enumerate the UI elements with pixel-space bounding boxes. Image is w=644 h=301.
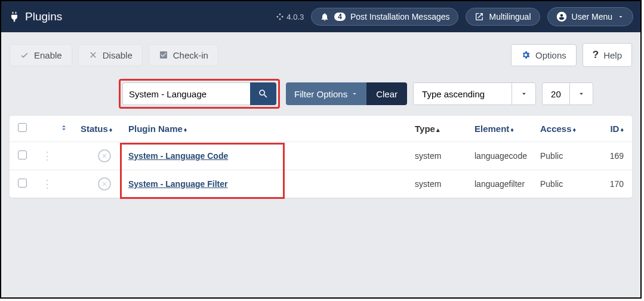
cell-element: languagefilter xyxy=(474,179,540,189)
search-icon xyxy=(258,88,269,99)
row-checkbox[interactable] xyxy=(18,179,27,188)
checkin-button[interactable]: Check-in xyxy=(149,44,218,66)
cell-id: 169 xyxy=(594,151,624,161)
status-toggle[interactable] xyxy=(98,149,111,162)
close-icon xyxy=(101,152,108,159)
plugin-link[interactable]: System - Language Filter xyxy=(128,179,227,189)
search-input[interactable] xyxy=(122,82,250,105)
chevron-down-icon xyxy=(577,90,586,98)
table-row: ⋮ System - Language Filter system langua… xyxy=(10,170,632,198)
cell-access: Public xyxy=(540,179,594,189)
external-link-icon xyxy=(474,12,484,22)
cell-access: Public xyxy=(540,151,594,161)
column-name[interactable]: Plugin Name♦ xyxy=(128,124,415,134)
status-toggle[interactable] xyxy=(98,177,111,191)
close-icon xyxy=(88,50,98,60)
plugin-link[interactable]: System - Language Code xyxy=(128,151,228,161)
search-highlight xyxy=(119,79,280,109)
bell-icon xyxy=(320,12,329,22)
limit-select[interactable]: 20 xyxy=(542,82,593,105)
user-icon xyxy=(556,11,567,22)
clear-button[interactable]: Clear xyxy=(366,82,407,105)
check-icon xyxy=(20,50,29,60)
chevron-down-icon xyxy=(617,13,624,20)
row-checkbox[interactable] xyxy=(18,150,27,159)
disable-button[interactable]: Disable xyxy=(78,44,143,66)
chevron-down-icon xyxy=(351,90,358,97)
gear-icon xyxy=(521,50,531,60)
column-order[interactable] xyxy=(60,124,81,134)
question-icon: ? xyxy=(593,49,599,61)
column-element[interactable]: Element♦ xyxy=(474,124,540,134)
cell-type: system xyxy=(415,179,474,189)
cell-element: languagecode xyxy=(474,151,540,161)
notification-badge: 4 xyxy=(334,13,346,21)
row-actions-toggle[interactable]: ⋮ xyxy=(42,150,53,162)
sort-icon xyxy=(60,124,68,132)
joomla-icon xyxy=(276,13,284,21)
close-icon xyxy=(101,180,108,188)
checkbox-icon xyxy=(159,50,168,60)
user-menu-button[interactable]: User Menu xyxy=(547,7,633,26)
column-status[interactable]: Status♦ xyxy=(81,124,128,134)
column-id[interactable]: ID♦ xyxy=(594,124,624,134)
multilingual-button[interactable]: Multilingual xyxy=(466,8,540,26)
plug-icon xyxy=(8,11,20,23)
chevron-down-icon xyxy=(520,90,528,98)
post-install-button[interactable]: 4 Post Installation Messages xyxy=(311,8,458,26)
options-button[interactable]: Options xyxy=(511,44,577,66)
table-row: ⋮ System - Language Code system language… xyxy=(10,142,632,170)
version-label: 4.0.3 xyxy=(276,13,304,22)
search-button[interactable] xyxy=(250,82,276,105)
row-actions-toggle[interactable]: ⋮ xyxy=(42,178,53,190)
column-access[interactable]: Access♦ xyxy=(540,124,594,134)
enable-button[interactable]: Enable xyxy=(10,44,72,66)
sort-select[interactable]: Type ascending xyxy=(413,82,536,105)
help-button[interactable]: ? Help xyxy=(583,43,632,67)
cell-type: system xyxy=(415,151,474,161)
select-all-checkbox[interactable] xyxy=(18,123,27,132)
column-type[interactable]: Type▴ xyxy=(415,124,474,134)
filter-options-button[interactable]: Filter Options xyxy=(286,82,366,105)
cell-id: 170 xyxy=(594,179,624,189)
page-title: Plugins xyxy=(8,10,62,23)
